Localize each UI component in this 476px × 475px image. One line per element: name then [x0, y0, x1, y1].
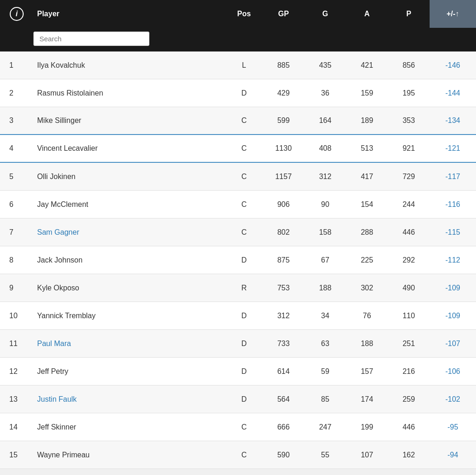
info-icon[interactable]: i — [10, 7, 24, 21]
pos-cell: R — [225, 284, 263, 292]
player-name-cell[interactable]: Justin Faulk — [33, 395, 225, 404]
player-name-cell[interactable]: Jeff Petry — [33, 367, 225, 376]
rank-cell: 11 — [0, 340, 33, 348]
g-cell: 188 — [304, 284, 346, 292]
pm-cell: -95 — [430, 423, 476, 431]
pos-cell: L — [225, 61, 263, 70]
pm-column-header[interactable]: +/-↑ — [430, 0, 476, 28]
table-row: 7 Sam Gagner C 802 158 288 446 -115 — [0, 218, 476, 246]
player-name-cell[interactable]: Wayne Primeau — [33, 451, 225, 459]
table-header: i Player Pos GP G A P +/-↑ — [0, 0, 476, 28]
p-cell: 490 — [388, 284, 430, 292]
rank-cell: 13 — [0, 395, 33, 404]
a-cell: 417 — [346, 173, 388, 181]
player-name-cell[interactable]: Ilya Kovalchuk — [33, 61, 225, 70]
gp-cell: 1130 — [263, 144, 304, 153]
rank-cell: 5 — [0, 173, 33, 181]
g-cell: 435 — [304, 61, 346, 70]
a-cell: 225 — [346, 256, 388, 264]
gp-cell: 590 — [263, 451, 304, 459]
pos-cell: C — [225, 116, 263, 125]
g-cell: 34 — [304, 312, 346, 320]
player-name-cell[interactable]: Rasmus Ristolainen — [33, 89, 225, 97]
p-cell: 195 — [388, 89, 430, 97]
pos-cell: D — [225, 312, 263, 320]
pos-cell: C — [225, 144, 263, 153]
pos-cell: D — [225, 89, 263, 97]
pos-cell: D — [225, 395, 263, 404]
pm-cell: -109 — [430, 312, 476, 320]
rank-cell: 12 — [0, 367, 33, 376]
pm-cell: -116 — [430, 200, 476, 209]
g-cell: 63 — [304, 340, 346, 348]
g-cell: 247 — [304, 423, 346, 431]
table-row: 11 Paul Mara D 733 63 188 251 -107 — [0, 330, 476, 358]
stats-table: i Player Pos GP G A P +/-↑ 1 Ilya Kovalc… — [0, 0, 476, 469]
gp-cell: 312 — [263, 312, 304, 320]
pm-cell: -94 — [430, 451, 476, 459]
gp-cell: 599 — [263, 116, 304, 125]
pos-cell: D — [225, 367, 263, 376]
a-cell: 188 — [346, 340, 388, 348]
table-row: 3 Mike Sillinger C 599 164 189 353 -134 — [0, 107, 476, 135]
player-name-cell[interactable]: Paul Mara — [33, 340, 225, 348]
pos-cell: C — [225, 173, 263, 181]
search-row — [0, 28, 476, 51]
a-cell: 174 — [346, 395, 388, 404]
pos-cell: C — [225, 451, 263, 459]
search-input[interactable] — [33, 32, 149, 46]
table-row: 13 Justin Faulk D 564 85 174 259 -102 — [0, 385, 476, 413]
g-cell: 55 — [304, 451, 346, 459]
gp-cell: 802 — [263, 228, 304, 237]
a-cell: 288 — [346, 228, 388, 237]
player-name-cell[interactable]: Kyle Okposo — [33, 284, 225, 292]
table-row: 6 Jay McClement C 906 90 154 244 -116 — [0, 191, 476, 218]
pos-column-header: Pos — [225, 10, 263, 18]
rank-cell: 14 — [0, 423, 33, 431]
gp-cell: 875 — [263, 256, 304, 264]
pm-cell: -107 — [430, 340, 476, 348]
a-cell: 302 — [346, 284, 388, 292]
g-cell: 85 — [304, 395, 346, 404]
player-name-cell[interactable]: Mike Sillinger — [33, 116, 225, 125]
a-cell: 421 — [346, 61, 388, 70]
rank-cell: 1 — [0, 61, 33, 70]
p-cell: 446 — [388, 228, 430, 237]
player-name-cell[interactable]: Jeff Skinner — [33, 423, 225, 431]
gp-cell: 885 — [263, 61, 304, 70]
rank-cell: 7 — [0, 228, 33, 237]
pm-cell: -112 — [430, 256, 476, 264]
table-row: 9 Kyle Okposo R 753 188 302 490 -109 — [0, 274, 476, 302]
table-row: 14 Jeff Skinner C 666 247 199 446 -95 — [0, 413, 476, 441]
pm-cell: -134 — [430, 116, 476, 125]
gp-cell: 614 — [263, 367, 304, 376]
p-cell: 251 — [388, 340, 430, 348]
rank-cell: 9 — [0, 284, 33, 292]
g-cell: 90 — [304, 200, 346, 209]
pos-cell: C — [225, 228, 263, 237]
p-cell: 729 — [388, 173, 430, 181]
pm-cell: -106 — [430, 367, 476, 376]
rank-cell: 10 — [0, 312, 33, 320]
table-row: 4 Vincent Lecavalier C 1130 408 513 921 … — [0, 135, 476, 163]
a-cell: 154 — [346, 200, 388, 209]
gp-cell: 1157 — [263, 173, 304, 181]
a-cell: 107 — [346, 451, 388, 459]
a-cell: 157 — [346, 367, 388, 376]
player-name-cell[interactable]: Jay McClement — [33, 200, 225, 209]
player-name-cell[interactable]: Jack Johnson — [33, 256, 225, 264]
table-row: 1 Ilya Kovalchuk L 885 435 421 856 -146 — [0, 51, 476, 79]
rank-cell: 2 — [0, 89, 33, 97]
a-column-header: A — [346, 10, 388, 18]
pm-cell: -102 — [430, 395, 476, 404]
table-row: 2 Rasmus Ristolainen D 429 36 159 195 -1… — [0, 79, 476, 107]
rank-cell: 3 — [0, 116, 33, 125]
player-name-cell[interactable]: Vincent Lecavalier — [33, 144, 225, 153]
gp-cell: 666 — [263, 423, 304, 431]
p-cell: 216 — [388, 367, 430, 376]
player-name-cell[interactable]: Olli Jokinen — [33, 173, 225, 181]
g-cell: 408 — [304, 144, 346, 153]
player-name-cell[interactable]: Yannick Tremblay — [33, 312, 225, 320]
p-cell: 110 — [388, 312, 430, 320]
player-name-cell[interactable]: Sam Gagner — [33, 228, 225, 237]
